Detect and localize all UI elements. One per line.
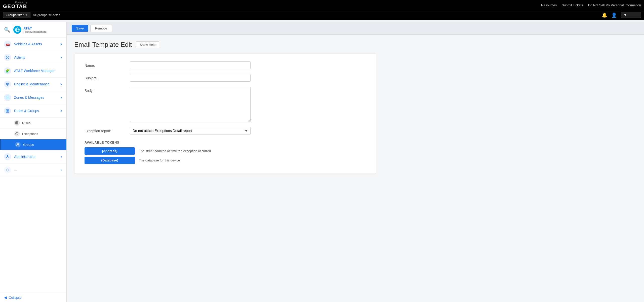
token-desc-address: The street address at time the exception… [139,149,211,153]
groups-filter-button[interactable]: Groups filter ▼ [3,12,30,18]
svg-point-19 [17,144,18,145]
svg-point-18 [17,135,17,135]
show-help-button[interactable]: Show Help [136,41,159,48]
svg-rect-6 [6,96,9,99]
groups-filter-chevron-icon: ▼ [25,14,28,16]
collapse-arrow-icon: ◀ [4,295,7,299]
notifications-bell-icon[interactable]: 🔔 [602,12,607,18]
activity-chevron-icon: ∨ [60,56,62,59]
exception-report-row: Exception report: Do not attach Exceptio… [85,127,366,135]
administration-icon [4,153,11,160]
sidebar-item-rules-groups[interactable]: Rules & Groups ∧ [0,104,66,118]
save-button[interactable]: Save [72,25,88,32]
vehicles-icon: 🚗 [4,41,11,48]
zones-icon [4,94,11,101]
activity-icon [4,54,11,61]
engine-icon [4,81,11,88]
remove-button[interactable]: Remove [90,25,112,32]
extra-icon [4,166,11,174]
do-not-sell-link[interactable]: Do Not Sell My Personal Information [588,3,641,7]
main-layout: 🔍 AT&T Fleet Management 🚗 Vehicles & Ass… [0,22,644,302]
toolbar: Save Remove [67,22,644,35]
main-content: Save Remove Email Template Edit Show Hel… [67,22,644,302]
svg-point-21 [7,155,8,156]
administration-chevron-icon: ∨ [60,155,62,158]
geotab-logo: Powered by GEOTAB [3,1,27,9]
sidebar-label-workforce: AT&T Workforce Manager [14,69,55,73]
svg-point-22 [6,169,9,171]
groups-sub-icon [15,142,21,147]
brand-name-line1: AT&T [23,26,47,30]
rules-sub-icon [14,120,20,126]
sidebar-item-exceptions[interactable]: Exceptions [0,128,66,139]
att-brand-icon [13,26,21,34]
tokens-heading: AVAILABLE TOKENS [85,141,366,144]
sidebar-item-engine[interactable]: Engine & Maintenance ∨ [0,78,66,91]
sidebar-item-activity[interactable]: Activity ∨ [0,51,66,64]
sidebar-label-exceptions-sub: Exceptions [22,132,38,136]
sidebar-item-extra[interactable]: ··· ∨ [0,163,66,177]
workforce-icon: 🧩 [4,67,11,74]
svg-point-4 [6,83,9,85]
token-row-address: {Address} The street address at time the… [85,147,366,155]
search-icon[interactable]: 🔍 [4,27,10,33]
name-row: Name: [85,61,366,69]
available-tokens-section: AVAILABLE TOKENS {Address} The street ad… [85,141,366,164]
resources-link[interactable]: Resources [541,3,557,7]
token-desc-database: The database for this device [139,158,180,162]
name-label: Name: [85,61,130,68]
filter-bar: Groups filter ▼ All groups selected 🔔 👤 … [0,10,644,20]
form-card: Name: Subject: Body: Exception report: [74,54,376,174]
user-dropdown-chevron-icon: ▼ [624,13,627,17]
brand-logo: AT&T Fleet Management [13,26,47,34]
top-bar: Powered by GEOTAB Resources Submit Ticke… [0,0,644,10]
top-bar-left: Powered by GEOTAB [3,1,27,9]
sidebar-label-activity: Activity [14,55,25,59]
sidebar-label-rules-groups: Rules & Groups [14,109,39,113]
sidebar-item-vehicles[interactable]: 🚗 Vehicles & Assets ∨ [0,38,66,51]
token-button-database[interactable]: {Database} [85,157,135,164]
subject-input[interactable] [130,74,251,82]
collapse-button[interactable]: ◀ Collapse [0,293,66,302]
sidebar-label-extra: ··· [14,168,17,172]
token-row-database: {Database} The database for this device [85,157,366,164]
sidebar-item-rules[interactable]: Rules [0,118,66,128]
brand-name: AT&T Fleet Management [23,26,47,33]
geotab-name: GEOTAB [3,4,27,9]
svg-point-7 [7,97,8,98]
submit-tickets-link[interactable]: Submit Tickets [562,3,583,7]
sidebar-item-groups[interactable]: Groups [0,139,66,150]
sidebar-header: 🔍 AT&T Fleet Management [0,22,66,38]
body-textarea[interactable] [130,87,251,122]
user-dropdown[interactable]: ▼ [621,12,641,18]
user-account-icon[interactable]: 👤 [611,12,617,18]
token-button-address[interactable]: {Address} [85,147,135,155]
sidebar-label-groups-sub: Groups [23,143,34,147]
powered-by-label: Powered by [15,1,27,4]
svg-point-5 [7,84,8,85]
content-area: Email Template Edit Show Help Name: Subj… [67,35,644,180]
sidebar-item-administration[interactable]: Administration ∨ [0,150,66,163]
exception-report-label: Exception report: [85,127,130,133]
brand-name-line2: Fleet Management [23,30,47,33]
top-bar-right: Resources Submit Tickets Do Not Sell My … [541,3,641,7]
sidebar-label-administration: Administration [14,155,36,159]
name-input[interactable] [130,61,251,69]
all-groups-text: All groups selected [33,13,61,17]
subject-row: Subject: [85,74,366,82]
rules-groups-icon [4,107,11,114]
sidebar-label-vehicles: Vehicles & Assets [14,42,42,46]
svg-point-20 [18,144,19,145]
filter-bar-right: 🔔 👤 ▼ [602,12,641,18]
sidebar: 🔍 AT&T Fleet Management 🚗 Vehicles & Ass… [0,22,67,302]
sidebar-item-workforce[interactable]: 🧩 AT&T Workforce Manager [0,64,66,78]
exceptions-sub-icon [14,131,20,137]
body-label: Body: [85,87,130,93]
zones-chevron-icon: ∨ [60,96,62,99]
rules-groups-chevron-icon: ∧ [60,109,62,113]
collapse-label: Collapse [9,296,22,299]
sidebar-item-zones[interactable]: Zones & Messages ∨ [0,91,66,104]
groups-filter-label: Groups filter [6,13,24,17]
exception-report-select[interactable]: Do not attach Exceptions Detail report A… [130,127,251,135]
sidebar-label-zones: Zones & Messages [14,95,44,99]
